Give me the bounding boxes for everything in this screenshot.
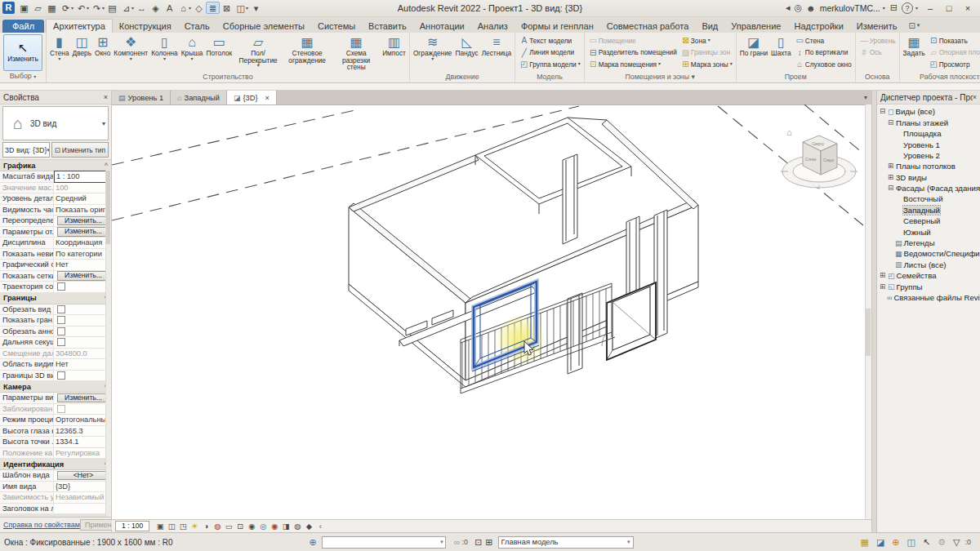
ribbon-tab[interactable]: Надстройки — [787, 20, 849, 33]
checkbox[interactable] — [57, 305, 65, 313]
pin-icon[interactable]: ⊕ — [892, 537, 899, 548]
worksets-icon[interactable]: ▦ — [860, 537, 868, 548]
type-selector-caret[interactable]: ▾ — [102, 120, 105, 127]
property-section-header[interactable]: Границы^ — [0, 293, 111, 304]
curtain-system-button[interactable]: ▦Стеновое ограждение — [283, 33, 332, 73]
collapse-icon[interactable]: ‹ — [314, 522, 326, 531]
close-properties-icon[interactable]: × — [104, 93, 108, 101]
property-edit-button[interactable]: Изменить... — [57, 216, 109, 226]
checkbox[interactable] — [57, 371, 65, 380]
opening-by-face-button[interactable]: ◪По грани — [738, 33, 769, 73]
property-edit-button[interactable]: <Нет> — [57, 471, 109, 481]
view-cube[interactable]: ⌂ Сверху Слева Сзади — [781, 127, 858, 189]
maximize-button[interactable]: □ — [942, 3, 956, 13]
signed-in-user[interactable]: merkulovTMC... — [820, 3, 880, 13]
settings-icon[interactable]: ⚙ — [938, 537, 946, 548]
ribbon-tab[interactable]: Сталь — [178, 20, 216, 33]
default-3d-view-icon-caret[interactable]: ▾ — [189, 5, 191, 11]
design-options-icon[interactable]: ⊡ — [474, 537, 482, 548]
properties-scrollbar[interactable] — [105, 170, 111, 517]
tree-legends[interactable]: ▤Легенды — [877, 238, 980, 248]
wall-opening-button[interactable]: ▭Стена — [795, 35, 852, 47]
component-button[interactable]: ❖Компонент▾ — [112, 33, 149, 73]
home-icon[interactable]: ⌂ — [786, 127, 792, 137]
property-value[interactable] — [54, 371, 111, 381]
shadows-icon[interactable]: ◑ — [200, 522, 212, 531]
expander-plus[interactable]: ⊞ — [888, 162, 895, 170]
locked-3d-icon[interactable]: ◉ — [246, 522, 257, 531]
scale-button[interactable]: 1 : 100 — [115, 521, 149, 531]
open-icon[interactable]: ▱ — [31, 1, 45, 16]
text-icon[interactable]: A — [163, 1, 176, 16]
worksharing-icon[interactable]: ⊕ — [310, 537, 317, 548]
active-workset-combo[interactable]: ▾ — [322, 536, 446, 549]
ribbon-tab[interactable]: Архитектура — [46, 19, 113, 33]
tree-groups[interactable]: ⊞◱Группы — [877, 281, 980, 291]
ribbon-tab[interactable]: Вид — [695, 20, 724, 33]
model-group-button[interactable]: ◰Группа модели▾ — [519, 59, 580, 71]
property-value[interactable]: Изменить... — [54, 216, 111, 226]
customize-qat-icon[interactable]: ▾ — [249, 1, 263, 16]
property-value[interactable]: Регулировка — [54, 448, 111, 459]
revit-logo[interactable]: R — [2, 2, 15, 14]
help-menu-caret[interactable]: ▾ — [915, 5, 918, 11]
show-crop-icon[interactable]: ⊡ — [234, 522, 246, 531]
property-value[interactable]: 1 : 100 — [54, 171, 109, 183]
vertical-opening-button[interactable]: ↕По вертикали — [795, 47, 852, 59]
back-icon[interactable]: ◂ — [786, 2, 791, 13]
design-option-selector[interactable]: Главная модель▾ — [498, 536, 634, 549]
select-toggle-icon[interactable]: ↖ — [923, 537, 930, 548]
editing-requests-icon[interactable]: ◪ — [876, 537, 884, 548]
property-value[interactable]: Средний — [54, 193, 111, 204]
thin-lines-icon[interactable]: ≣ — [206, 2, 220, 14]
reveal-hidden-icon[interactable]: ◉ — [269, 522, 280, 531]
tree-east[interactable]: Восточный — [877, 193, 980, 204]
tree-south[interactable]: Южный — [877, 226, 980, 237]
ribbon-tab[interactable]: Конструкция — [113, 20, 178, 33]
window-button[interactable]: ⊞Окно — [93, 33, 112, 73]
property-value[interactable] — [54, 315, 111, 326]
tree-site[interactable]: Площадка — [877, 128, 980, 139]
visual-style-icon[interactable]: ◳ — [177, 522, 189, 531]
ribbon-tab[interactable]: Файл — [2, 20, 44, 33]
property-value[interactable]: Нет — [54, 359, 111, 370]
column-button[interactable]: ▯Колонна▾ — [149, 33, 180, 73]
app-store-icon[interactable]: ⊟ — [890, 2, 898, 13]
ribbon-group-label[interactable]: Помещения и зоны ▾ — [586, 72, 734, 82]
view-tab-level1[interactable]: ▤Уровень 1 — [112, 91, 171, 104]
ribbon-tab[interactable]: Системы — [311, 20, 362, 33]
property-value[interactable]: Изменить... — [54, 227, 111, 238]
ribbon-tab[interactable]: Вставить — [362, 20, 413, 33]
room-separator-button[interactable]: ⊟Разделитель помещений — [588, 47, 677, 59]
view-list-caret[interactable]: ▾ — [860, 94, 871, 101]
redo-icon-caret[interactable]: ▾ — [102, 5, 105, 11]
ribbon-tab[interactable]: Совместная работа — [600, 20, 696, 33]
print-icon[interactable]: ▤ — [105, 1, 119, 16]
close-browser-icon[interactable]: × — [973, 93, 977, 101]
displacement-icon[interactable]: ◆ — [303, 522, 314, 531]
checkbox[interactable] — [57, 327, 65, 335]
model-text-button[interactable]: AТекст модели — [519, 35, 580, 47]
tree-elevations[interactable]: ⊟Фасады (Фасад здания) — [877, 183, 980, 193]
close-button[interactable]: × — [960, 3, 975, 13]
model-display-icon[interactable]: ▣ — [154, 522, 166, 531]
temporary-view-properties-icon[interactable]: ◍ — [292, 522, 303, 531]
property-value[interactable]: {3D} — [54, 482, 111, 492]
property-section-header[interactable]: Графика^ — [0, 160, 111, 171]
expander-plus[interactable]: ⊞ — [880, 272, 887, 279]
ribbon-display-toggle[interactable]: ⊡ ▾ — [903, 21, 924, 33]
property-value[interactable] — [54, 282, 111, 292]
property-value[interactable] — [54, 304, 111, 315]
ribbon-tab[interactable]: Анализ — [471, 20, 514, 33]
section-icon[interactable]: ◇ — [192, 1, 206, 16]
room-tag-button[interactable]: ⊡Марка помещения▾ — [588, 59, 677, 71]
tree-3d-views[interactable]: ⊞3D виды — [877, 172, 980, 183]
close-view-icon[interactable]: × — [265, 94, 270, 102]
ramp-button[interactable]: ◺Пандус — [453, 33, 479, 73]
tree-floor-plans[interactable]: ⊟Планы этажей — [877, 118, 980, 128]
property-value[interactable]: Показать ориги... — [54, 205, 111, 216]
property-value[interactable]: Нет — [54, 260, 111, 270]
editable-only-icon[interactable]: ∞ — [454, 537, 461, 547]
switch-windows-icon-caret[interactable]: ▾ — [246, 5, 248, 11]
tree-revit-links[interactable]: ∞Связанные файлы Revit — [877, 292, 980, 303]
